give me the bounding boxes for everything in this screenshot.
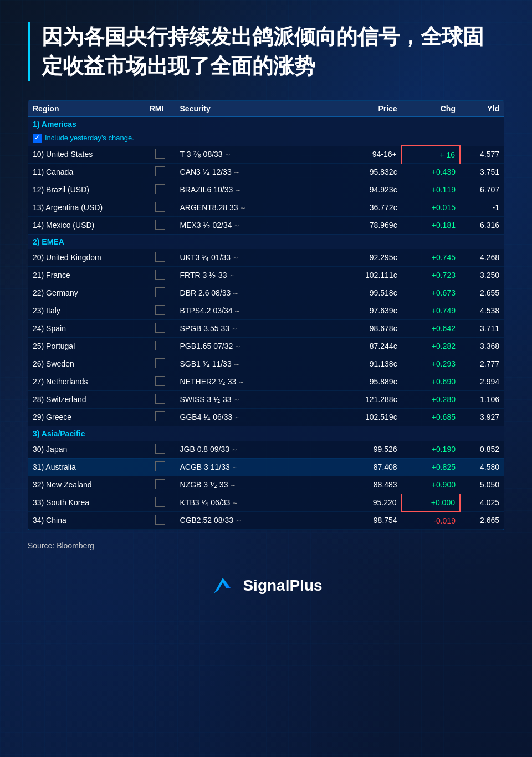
wave-icon[interactable]: ∼ bbox=[235, 343, 241, 350]
cell-price: 78.969c bbox=[321, 216, 402, 234]
wave-icon[interactable]: ∼ bbox=[230, 481, 236, 489]
col-header-price: Price bbox=[321, 101, 402, 117]
wave-icon[interactable]: ∼ bbox=[232, 464, 238, 471]
cell-yld: 4.580 bbox=[460, 458, 504, 476]
include-yesterday-row: Include yesterday's change. bbox=[28, 131, 504, 146]
cell-security: T 3 ⁷⁄₈ 08/33 ∼ bbox=[176, 146, 321, 164]
cell-rmi[interactable] bbox=[145, 494, 176, 511]
cell-region: 11) Canada bbox=[28, 163, 145, 181]
cell-security: SPGB 3.55 33 ∼ bbox=[176, 319, 321, 337]
cell-rmi[interactable] bbox=[145, 337, 176, 355]
cell-yld: 1.106 bbox=[460, 390, 504, 408]
cell-security: NZGB 3 ¹⁄₂ 33 ∼ bbox=[176, 476, 321, 494]
rmi-checkbox[interactable] bbox=[155, 376, 165, 386]
include-checkbox[interactable] bbox=[33, 134, 42, 143]
cell-rmi[interactable] bbox=[145, 373, 176, 390]
footer: SignalPlus bbox=[28, 572, 504, 616]
rmi-checkbox[interactable] bbox=[155, 252, 165, 262]
table-row: 23) ItalyBTPS4.2 03/34 ∼97.639c+0.7494.5… bbox=[28, 302, 504, 319]
cell-rmi[interactable] bbox=[145, 163, 176, 181]
rmi-checkbox[interactable] bbox=[155, 515, 165, 525]
cell-rmi[interactable] bbox=[145, 146, 176, 164]
chg-value: +0.293 bbox=[432, 359, 456, 368]
col-header-security: Security bbox=[176, 101, 321, 117]
cell-rmi[interactable] bbox=[145, 216, 176, 234]
rmi-checkbox[interactable] bbox=[155, 166, 165, 176]
cell-security: ACGB 3 11/33 ∼ bbox=[176, 458, 321, 476]
wave-icon[interactable]: ∼ bbox=[234, 222, 239, 230]
cell-rmi[interactable] bbox=[145, 319, 176, 337]
wave-icon[interactable]: ∼ bbox=[233, 289, 238, 297]
rmi-checkbox[interactable] bbox=[155, 411, 165, 421]
wave-icon[interactable]: ∼ bbox=[232, 499, 238, 507]
cell-yld: 4.025 bbox=[460, 494, 504, 511]
cell-chg: +0.749 bbox=[402, 302, 460, 319]
wave-icon[interactable]: ∼ bbox=[236, 517, 241, 525]
wave-icon[interactable]: ∼ bbox=[232, 325, 237, 333]
cell-rmi[interactable] bbox=[145, 511, 176, 529]
wave-icon[interactable]: ∼ bbox=[235, 186, 241, 194]
rmi-checkbox[interactable] bbox=[155, 444, 165, 454]
rmi-checkbox[interactable] bbox=[155, 184, 165, 194]
signalplus-logo-icon bbox=[209, 572, 236, 599]
cell-rmi[interactable] bbox=[145, 302, 176, 319]
cell-security: BRAZIL6 10/33 ∼ bbox=[176, 181, 321, 199]
cell-chg: +0.690 bbox=[402, 373, 460, 390]
col-header-yld: Yld bbox=[460, 101, 504, 117]
cell-rmi[interactable] bbox=[145, 266, 176, 284]
wave-icon[interactable]: ∼ bbox=[234, 360, 239, 368]
rmi-checkbox[interactable] bbox=[155, 287, 165, 297]
wave-icon[interactable]: ∼ bbox=[234, 307, 240, 315]
wave-icon[interactable]: ∼ bbox=[234, 396, 239, 404]
chg-value: +0.900 bbox=[432, 480, 456, 489]
rmi-checkbox[interactable] bbox=[155, 394, 165, 404]
table-row: 21) FranceFRTR 3 ¹⁄₂ 33 ∼102.111c+0.7233… bbox=[28, 266, 504, 284]
wave-icon[interactable]: ∼ bbox=[229, 272, 235, 280]
cell-yld: 6.707 bbox=[460, 181, 504, 199]
cell-chg: +0.825 bbox=[402, 458, 460, 476]
cell-rmi[interactable] bbox=[145, 441, 176, 459]
rmi-checkbox[interactable] bbox=[155, 497, 165, 507]
table-row: 20) United KingdomUKT3 ¹⁄₄ 01/33 ∼92.295… bbox=[28, 249, 504, 267]
rmi-checkbox[interactable] bbox=[155, 479, 165, 489]
cell-rmi[interactable] bbox=[145, 199, 176, 216]
table-row: 30) JapanJGB 0.8 09/33 ∼99.526+0.1900.85… bbox=[28, 441, 504, 459]
chg-value: +0.825 bbox=[432, 463, 456, 471]
cell-rmi[interactable] bbox=[145, 355, 176, 373]
cell-rmi[interactable] bbox=[145, 476, 176, 494]
wave-icon[interactable]: ∼ bbox=[240, 204, 245, 212]
rmi-checkbox[interactable] bbox=[155, 461, 165, 471]
cell-region: 29) Greece bbox=[28, 408, 145, 426]
rmi-checkbox[interactable] bbox=[155, 358, 165, 368]
cell-region: 20) United Kingdom bbox=[28, 249, 145, 267]
wave-icon[interactable]: ∼ bbox=[238, 378, 244, 386]
cell-price: 99.526 bbox=[321, 441, 402, 459]
cell-chg: + 16 bbox=[402, 146, 460, 164]
wave-icon[interactable]: ∼ bbox=[232, 446, 237, 454]
section-header-emea: 2) EMEA bbox=[28, 234, 504, 249]
rmi-checkbox[interactable] bbox=[155, 202, 165, 212]
wave-icon[interactable]: ∼ bbox=[225, 151, 231, 159]
wave-icon[interactable]: ∼ bbox=[234, 414, 240, 421]
rmi-checkbox[interactable] bbox=[155, 149, 165, 159]
wave-icon[interactable]: ∼ bbox=[234, 169, 239, 176]
cell-rmi[interactable] bbox=[145, 181, 176, 199]
chg-value: +0.685 bbox=[432, 413, 456, 421]
rmi-checkbox[interactable] bbox=[155, 305, 165, 315]
cell-rmi[interactable] bbox=[145, 284, 176, 302]
rmi-checkbox[interactable] bbox=[155, 270, 165, 280]
cell-region: 30) Japan bbox=[28, 441, 145, 459]
rmi-checkbox[interactable] bbox=[155, 341, 165, 350]
cell-rmi[interactable] bbox=[145, 249, 176, 267]
wave-icon[interactable]: ∼ bbox=[233, 254, 238, 262]
cell-yld: 3.751 bbox=[460, 163, 504, 181]
cell-rmi[interactable] bbox=[145, 390, 176, 408]
rmi-checkbox[interactable] bbox=[155, 323, 165, 333]
cell-yld: 2.655 bbox=[460, 284, 504, 302]
cell-rmi[interactable] bbox=[145, 408, 176, 426]
cell-rmi[interactable] bbox=[145, 458, 176, 476]
table-row: 34) ChinaCGB2.52 08/33 ∼98.754-0.0192.66… bbox=[28, 511, 504, 529]
cell-chg: +0.439 bbox=[402, 163, 460, 181]
rmi-checkbox[interactable] bbox=[155, 220, 165, 230]
cell-security: JGB 0.8 09/33 ∼ bbox=[176, 441, 321, 459]
